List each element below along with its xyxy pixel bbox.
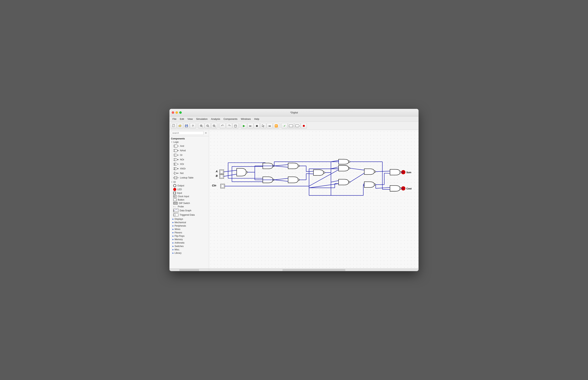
led-item[interactable]: LED	[170, 188, 209, 191]
mechanical-header[interactable]: ▶ Mechanical	[170, 221, 209, 224]
wires-arrow: ▶	[172, 228, 174, 230]
svg-line-107	[274, 180, 288, 181]
svg-rect-74	[220, 171, 223, 173]
toolbar: ? ▶ ⏭ ⏹ ⏮ ⏩ ✓	[170, 122, 418, 130]
close-button[interactable]	[172, 111, 174, 114]
lookup-table-item[interactable]: out Lookup Table	[170, 175, 209, 180]
svg-line-128	[309, 184, 339, 188]
probe-item[interactable]: ? ─ Probe	[170, 205, 209, 208]
menu-analysis[interactable]: Analysis	[209, 117, 222, 121]
dip-switch-icon	[173, 202, 178, 205]
main-content: ✕ Components ▼ Logic	[170, 130, 418, 268]
svg-line-114	[306, 173, 313, 174]
nor-gate-item[interactable]: NOr	[170, 157, 209, 162]
run-button[interactable]: ▶	[241, 123, 247, 129]
delete-button[interactable]	[232, 123, 239, 129]
library-header[interactable]: ▶ Library	[170, 251, 209, 255]
menu-windows[interactable]: Windows	[239, 117, 252, 121]
minimize-button[interactable]	[175, 111, 178, 114]
mechanical-label: Mechanical	[174, 221, 186, 224]
step-forward-button[interactable]: ⏭	[247, 123, 253, 129]
menu-file[interactable]: File	[171, 117, 178, 121]
record-button[interactable]: ⏺	[301, 123, 307, 129]
lookup-table-icon: out	[173, 176, 179, 180]
and-gate-icon	[173, 144, 179, 148]
verify-button[interactable]: ✓	[282, 123, 287, 129]
canvas-hscrollbar[interactable]	[209, 268, 418, 271]
logic-group-header[interactable]: ▼ Logic	[170, 140, 209, 144]
xnor-gate-item[interactable]: XNOr	[170, 166, 209, 171]
and-label: And	[180, 145, 184, 147]
zoom-in-button[interactable]	[198, 123, 204, 129]
sidebar: ✕ Components ▼ Logic	[170, 130, 209, 268]
circuit-canvas[interactable]: A B Cin	[209, 130, 418, 268]
gate-button[interactable]	[294, 123, 301, 129]
fast-forward-button[interactable]: ⏩	[273, 123, 279, 129]
dip-switch-item[interactable]: DIP Switch	[170, 202, 209, 205]
triggered-data-item[interactable]: Triggered Data	[170, 213, 209, 217]
search-clear-button[interactable]: ✕	[204, 132, 207, 134]
clock-input-item[interactable]: Clock Input	[170, 195, 209, 198]
menu-view[interactable]: View	[186, 117, 194, 121]
memory-arrow: ▶	[172, 239, 174, 240]
svg-rect-59	[173, 199, 176, 201]
help-button[interactable]: ?	[190, 123, 196, 129]
new-button[interactable]	[171, 123, 177, 129]
not-gate-item[interactable]: Not	[170, 171, 209, 175]
data-graph-item[interactable]: A B C Data Graph	[170, 208, 209, 213]
memory-header[interactable]: ▶ Memory	[170, 238, 209, 241]
svg-point-82	[246, 171, 247, 173]
output-item[interactable]: Output	[170, 184, 209, 188]
memory-label: Memory	[174, 238, 183, 241]
nand-gate-item[interactable]: NAnd	[170, 148, 209, 153]
zoom-out-button[interactable]	[205, 123, 211, 129]
redo-button[interactable]	[226, 123, 232, 129]
sidebar-hscrollbar[interactable]	[170, 268, 209, 271]
plexers-header[interactable]: ▶ Plexers	[170, 231, 209, 234]
wires-header[interactable]: ▶ Wires	[170, 228, 209, 231]
sidebar-content: Components ▼ Logic	[170, 136, 209, 268]
step-back-button[interactable]: ⏮	[267, 123, 273, 129]
svg-marker-50	[174, 172, 177, 174]
and-gate-item[interactable]: And	[170, 144, 209, 148]
svg-text:C: C	[173, 211, 174, 212]
svg-rect-5	[186, 126, 187, 127]
search-input[interactable]	[171, 131, 204, 135]
dip-switch-label: DIP Switch	[179, 202, 190, 205]
titlebar: *Digital	[170, 109, 418, 116]
peripherals-header[interactable]: ▶ Peripherals	[170, 224, 209, 228]
svg-point-112	[323, 172, 325, 173]
select-button[interactable]	[260, 123, 266, 129]
misc-header[interactable]: ▶ Misc.	[170, 248, 209, 251]
input-item[interactable]: Input	[170, 191, 209, 195]
components-label: Components	[170, 137, 209, 140]
peripherals-label: Peripherals	[174, 225, 186, 227]
undo-button[interactable]	[220, 123, 226, 129]
button-icon	[173, 198, 177, 201]
xor-gate-item[interactable]: XOr	[170, 162, 209, 166]
svg-text:B: B	[216, 174, 218, 177]
button-item[interactable]: Button	[170, 198, 209, 202]
stop-button[interactable]: ⏹	[254, 123, 260, 129]
maximize-button[interactable]	[179, 111, 182, 114]
zoom-fit-button[interactable]	[211, 123, 217, 129]
menu-simulation[interactable]: Simulation	[194, 117, 209, 121]
input-icon	[173, 192, 176, 194]
save-button[interactable]	[183, 123, 190, 129]
or-gate-item[interactable]: Or	[170, 153, 209, 157]
io-arrow: ▼	[171, 181, 173, 183]
menu-edit[interactable]: Edit	[178, 117, 186, 121]
ic-button[interactable]	[288, 123, 294, 129]
menu-components[interactable]: Components	[222, 117, 239, 121]
svg-line-151	[376, 187, 390, 188]
menu-help[interactable]: Help	[253, 117, 261, 121]
open-button[interactable]	[177, 123, 183, 129]
switches-header[interactable]: ▶ Switches	[170, 245, 209, 248]
arithmetic-arrow: ▶	[172, 242, 174, 244]
svg-rect-20	[289, 125, 293, 127]
svg-line-83	[224, 170, 237, 172]
arithmetic-header[interactable]: ▶ Arithmetic	[170, 241, 209, 245]
flip-flops-header[interactable]: ▶ Flip-Flops	[170, 234, 209, 238]
displays-header[interactable]: ▶ Displays	[170, 217, 209, 221]
io-group-header[interactable]: ▼ IO	[170, 180, 209, 184]
